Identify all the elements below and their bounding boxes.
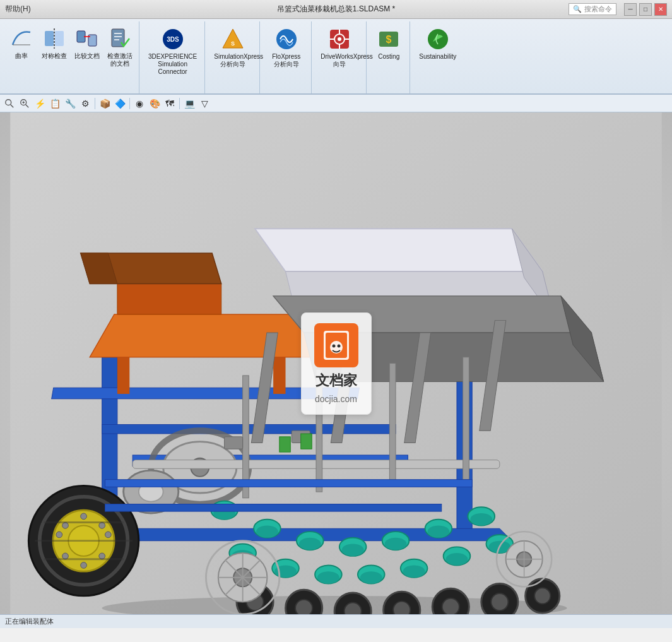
costing-button[interactable]: $ Costing xyxy=(372,24,406,63)
svg-rect-40 xyxy=(273,357,285,394)
separator-3 xyxy=(179,98,180,109)
svg-rect-128 xyxy=(389,364,396,486)
ribbon-group-simxpress: S SimulationXpress分析向导 xyxy=(206,21,260,93)
svg-text:3DS: 3DS xyxy=(167,36,179,43)
watermark-url: docjia.com xyxy=(315,394,357,404)
floxpress-icon xyxy=(274,27,299,52)
symmetry-icon xyxy=(42,26,67,51)
costing-icon: $ xyxy=(376,27,401,52)
svg-point-76 xyxy=(299,538,321,550)
tools-buttons: 曲率 对称检查 xyxy=(6,24,135,69)
tools-btn[interactable]: 🔧 xyxy=(63,97,77,110)
box-btn[interactable]: 📦 xyxy=(98,97,112,110)
floxpress-button[interactable]: FloXpress分析向导 xyxy=(268,24,304,71)
search-box[interactable]: 🔍 搜索命令 xyxy=(569,3,616,15)
search-btn[interactable] xyxy=(3,97,16,110)
svg-point-104 xyxy=(345,603,362,614)
title-bar: 帮助(H) 吊篮式油菜移栽机总装1.SLDASM * 🔍 搜索命令 ─ □ ✕ xyxy=(0,0,672,19)
check-active-doc-button[interactable]: 检查激活的文档 xyxy=(105,24,135,69)
shape-btn[interactable]: 🔷 xyxy=(113,97,127,110)
curve-rate-icon xyxy=(9,26,34,51)
sustainability-button[interactable]: Sustainability xyxy=(415,24,460,63)
costing-label: Costing xyxy=(378,53,399,61)
3dx-label: 3DEXPERIENCESimulationConnector xyxy=(148,53,197,76)
ribbon-group-floxpress: FloXpress分析向导 xyxy=(261,21,312,93)
svg-point-108 xyxy=(442,598,459,614)
svg-point-82 xyxy=(427,525,449,537)
driveworks-icon xyxy=(327,27,352,52)
symmetry-check-label: 对称检查 xyxy=(42,52,67,60)
svg-rect-135 xyxy=(301,434,312,449)
ribbon-group-tools: 曲率 对称检查 xyxy=(3,21,139,93)
svg-point-80 xyxy=(385,538,407,550)
symmetry-check-button[interactable]: 对称检查 xyxy=(39,24,69,62)
3dx-simulation-button[interactable]: 3DS 3DEXPERIENCESimulationConnector xyxy=(144,24,201,78)
svg-rect-133 xyxy=(105,504,442,511)
monitor-btn[interactable]: 💻 xyxy=(182,97,196,110)
svg-point-24 xyxy=(6,99,11,105)
svg-point-63 xyxy=(81,513,87,520)
ribbon-group-driveworks: DriveWorksXpress向导 xyxy=(313,21,367,93)
lightning-btn[interactable]: ⚡ xyxy=(33,97,47,110)
ribbon-group-sustainability: Sustainability xyxy=(411,21,464,93)
sustainability-label: Sustainability xyxy=(419,53,456,61)
watermark-icon xyxy=(314,323,358,367)
curve-rate-label: 曲率 xyxy=(15,52,28,60)
svg-rect-0 xyxy=(45,31,54,46)
svg-text:$: $ xyxy=(386,34,392,45)
secondary-toolbar: ⚡ 📋 🔧 ⚙ 📦 🔷 ◉ 🎨 🗺 💻 ▽ xyxy=(0,95,672,112)
svg-point-106 xyxy=(393,602,410,614)
svg-point-16 xyxy=(338,37,341,41)
svg-rect-134 xyxy=(280,437,290,452)
svg-rect-1 xyxy=(55,31,64,46)
svg-rect-129 xyxy=(463,357,469,480)
svg-point-139 xyxy=(332,344,335,347)
svg-marker-41 xyxy=(117,283,221,314)
svg-marker-38 xyxy=(90,314,322,357)
sustainability-icon xyxy=(425,27,451,52)
svg-point-110 xyxy=(491,593,508,610)
minimize-button[interactable]: ─ xyxy=(624,3,637,16)
ribbon-group-costing: $ Costing xyxy=(368,21,410,93)
simxpress-label: SimulationXpress分析向导 xyxy=(214,53,252,68)
search-icon: 🔍 xyxy=(573,5,582,13)
curve-rate-button[interactable]: 曲率 xyxy=(6,24,37,62)
svg-point-96 xyxy=(446,553,468,565)
compare-docs-button[interactable]: 比较文档 xyxy=(72,24,102,62)
status-text: 正在编辑装配体 xyxy=(5,617,54,626)
ribbon-group-3dx: 3DS 3DEXPERIENCESimulationConnector xyxy=(141,21,205,93)
paint-btn[interactable]: 🎨 xyxy=(148,97,162,110)
svg-point-90 xyxy=(317,571,339,583)
close-button[interactable]: ✕ xyxy=(654,3,667,16)
model-viewport[interactable]: 文档家 docjia.com xyxy=(0,112,672,614)
watermark-title: 文档家 xyxy=(315,371,357,390)
svg-point-66 xyxy=(105,532,112,538)
svg-line-27 xyxy=(26,104,28,107)
svg-point-140 xyxy=(337,344,340,347)
gear-btn[interactable]: ⚙ xyxy=(78,97,92,110)
zoom-btn[interactable] xyxy=(18,97,32,110)
svg-point-92 xyxy=(360,571,382,583)
simxpress-icon: S xyxy=(220,27,245,52)
target-btn[interactable]: ◉ xyxy=(133,97,146,110)
compare-icon xyxy=(74,26,100,51)
dropdown-btn[interactable]: ▽ xyxy=(197,97,211,110)
svg-point-64 xyxy=(81,562,87,569)
svg-point-102 xyxy=(295,600,312,614)
window-controls[interactable]: 🔍 搜索命令 ─ □ ✕ xyxy=(569,3,667,16)
ribbon-toolbar: 曲率 对称检查 xyxy=(0,19,672,95)
svg-rect-132 xyxy=(105,480,473,487)
maximize-button[interactable]: □ xyxy=(639,3,652,16)
driveworks-button[interactable]: DriveWorksXpress向导 xyxy=(317,24,362,71)
canvas-area[interactable]: 文档家 docjia.com xyxy=(0,112,672,614)
title-bar-left: 帮助(H) xyxy=(5,4,31,15)
map-btn[interactable]: 🗺 xyxy=(163,97,177,110)
clipboard-btn[interactable]: 📋 xyxy=(48,97,62,110)
svg-point-84 xyxy=(470,513,492,525)
svg-rect-130 xyxy=(225,437,243,449)
help-menu[interactable]: 帮助(H) xyxy=(5,4,31,15)
svg-marker-44 xyxy=(255,229,543,271)
svg-point-74 xyxy=(256,525,278,537)
svg-point-112 xyxy=(534,588,550,603)
simxpress-button[interactable]: S SimulationXpress分析向导 xyxy=(210,24,256,71)
